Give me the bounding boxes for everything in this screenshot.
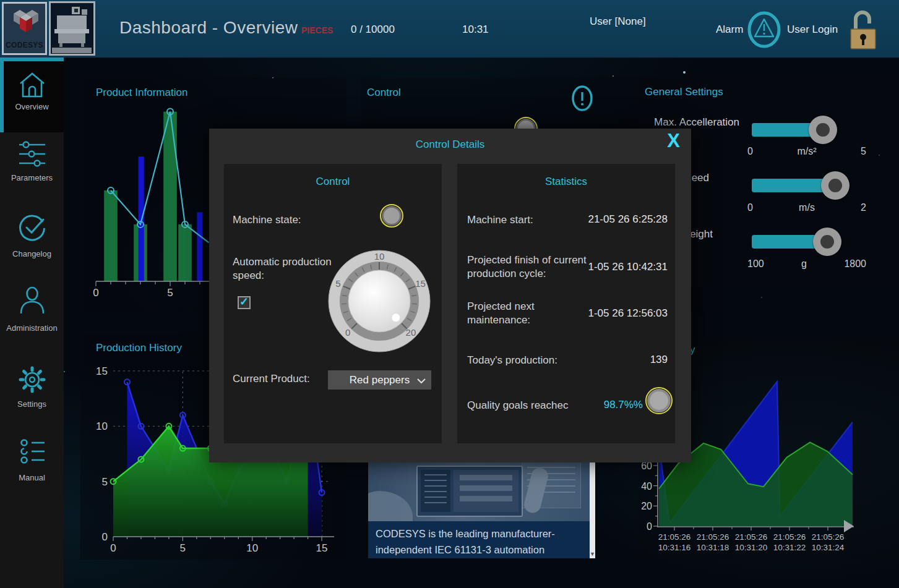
auto-speed-checkbox[interactable]: ✓ — [238, 296, 251, 309]
svg-text:0: 0 — [110, 542, 116, 554]
scale-min: 100 — [747, 258, 764, 270]
slider-scale: 0 m/s² 5 — [747, 146, 866, 157]
svg-text:10:31:24: 10:31:24 — [812, 543, 845, 552]
svg-text:20: 20 — [641, 501, 652, 511]
current-product-label: Current Product: — [233, 372, 310, 386]
quality-percentage: 98.7%% — [604, 399, 643, 411]
sidebar-item-settings[interactable]: Settings — [0, 365, 64, 415]
svg-text:21:05:26: 21:05:26 — [697, 532, 729, 542]
svg-text:10:31:16: 10:31:16 — [658, 543, 691, 552]
modal-title: Control Details — [209, 138, 691, 151]
speed-slider[interactable] — [752, 179, 835, 192]
scale-unit: g — [801, 258, 807, 270]
close-icon[interactable]: X — [667, 130, 680, 152]
slider-thumb[interactable] — [821, 171, 850, 200]
tablet-photo — [368, 461, 590, 521]
product-information-title: Product Information — [96, 87, 187, 99]
alarm-warning-icon[interactable] — [746, 11, 782, 51]
tablet-shape — [416, 466, 523, 517]
slider-scale: 0 m/s 2 — [747, 202, 866, 213]
svg-text:5: 5 — [180, 542, 186, 554]
person-icon — [18, 286, 46, 315]
alert-exclamation-icon — [571, 84, 593, 115]
machine-icon — [51, 3, 93, 54]
scale-min: 0 — [747, 146, 753, 157]
server-rack-shape — [522, 461, 581, 508]
svg-text:15: 15 — [415, 278, 426, 289]
sidebar-item-manual[interactable]: Manual — [0, 438, 64, 487]
gear-icon — [18, 365, 46, 394]
lock-icon[interactable] — [849, 6, 877, 53]
stat-label: Projected next maintenance: — [467, 300, 600, 327]
stat-value: 139 — [650, 354, 668, 366]
production-history-title: Production History — [96, 342, 182, 354]
control-panel-heading: Control — [224, 176, 442, 188]
svg-text:40: 40 — [641, 481, 652, 492]
stat-label: Today's production: — [467, 354, 557, 367]
svg-text:21:05:26: 21:05:26 — [658, 532, 691, 542]
page-title: Dashboard - Overview — [119, 18, 298, 38]
sidebar-item-label: Settings — [0, 399, 64, 409]
sidebar-item-overview[interactable]: Overview — [0, 71, 64, 121]
codesys-logo: CODESYS — [2, 2, 47, 55]
statistics-panel-heading: Statistics — [457, 176, 675, 188]
svg-text:15: 15 — [96, 365, 108, 377]
scale-unit: m/s — [799, 202, 815, 213]
slider-thumb[interactable] — [809, 116, 837, 144]
dropdown-value: Red peppers — [350, 374, 410, 386]
svg-text:15: 15 — [316, 542, 328, 554]
chevron-down-icon — [417, 378, 426, 384]
list-icon — [19, 438, 46, 465]
check-circle-icon — [17, 213, 47, 243]
quality-lamp — [647, 389, 671, 412]
header-bar: CODESYS Dashboard - Overview PIECES 0 / … — [0, 0, 899, 58]
weight-slider[interactable] — [752, 235, 835, 249]
control-details-modal: Control Details X Control Machine state:… — [209, 129, 691, 462]
current-product-dropdown[interactable]: Red peppers — [328, 370, 431, 390]
stat-value: 1-05 26 10:42:31 — [588, 261, 668, 273]
alarm-label: Alarm — [716, 23, 743, 36]
scale-max: 1800 — [844, 258, 866, 270]
sidebar-item-parameters[interactable]: Parameters — [0, 140, 64, 189]
slider-thumb[interactable] — [813, 228, 841, 256]
general-settings-title: General Settings — [645, 86, 723, 98]
machine-thumbnail[interactable] — [49, 1, 95, 56]
acceleration-slider[interactable] — [752, 123, 835, 137]
svg-text:5: 5 — [102, 476, 108, 488]
setting-label: Max. Accelleration — [639, 116, 739, 129]
speed-knob[interactable]: 05101520 — [327, 249, 432, 354]
sidebar-item-label: Administration — [0, 323, 64, 333]
codesys-cube-icon — [13, 9, 39, 37]
svg-text:0: 0 — [345, 327, 350, 338]
control-card-title: Control — [367, 87, 401, 99]
user-login-label: User Login — [787, 23, 838, 36]
svg-text:21:05:26: 21:05:26 — [773, 532, 806, 542]
sidebar-top-strip — [0, 58, 64, 61]
svg-text:21:05:26: 21:05:26 — [812, 532, 845, 542]
chevron-down-icon[interactable]: ▼ — [590, 551, 595, 557]
svg-text:10: 10 — [96, 420, 108, 432]
svg-text:10:31:22: 10:31:22 — [773, 543, 806, 552]
sliders-icon — [18, 140, 46, 168]
svg-text:0: 0 — [647, 521, 652, 532]
scale-max: 5 — [861, 146, 866, 157]
sidebar-item-label: Changelog — [0, 249, 64, 258]
checkmark-icon: ✓ — [239, 295, 249, 309]
sidebar-item-changelog[interactable]: Changelog — [0, 213, 64, 263]
current-user: User [None] — [590, 15, 646, 28]
stat-label: Machine start: — [467, 213, 533, 227]
svg-text:0: 0 — [93, 287, 98, 299]
pieces-count: 0 / 10000 — [351, 23, 395, 36]
svg-text:10:31:20: 10:31:20 — [735, 543, 768, 552]
codesys-web-panel: CODESYS is the leading manufacturer-inde… — [368, 461, 595, 558]
sidebar-nav: Overview Parameters Changelog — [0, 58, 64, 588]
pieces-label: PIECES — [301, 25, 333, 35]
machine-state-lamp — [382, 206, 402, 226]
slider-scale: 100 g 1800 — [747, 258, 866, 270]
codesys-description-text: CODESYS is the leading manufacturer-inde… — [368, 521, 590, 558]
svg-text:5: 5 — [167, 287, 173, 299]
web-panel-scrollbar[interactable]: ▼ — [590, 461, 595, 558]
sidebar-item-administration[interactable]: Administration — [0, 286, 64, 337]
home-icon — [17, 71, 47, 98]
scale-min: 0 — [747, 202, 753, 213]
